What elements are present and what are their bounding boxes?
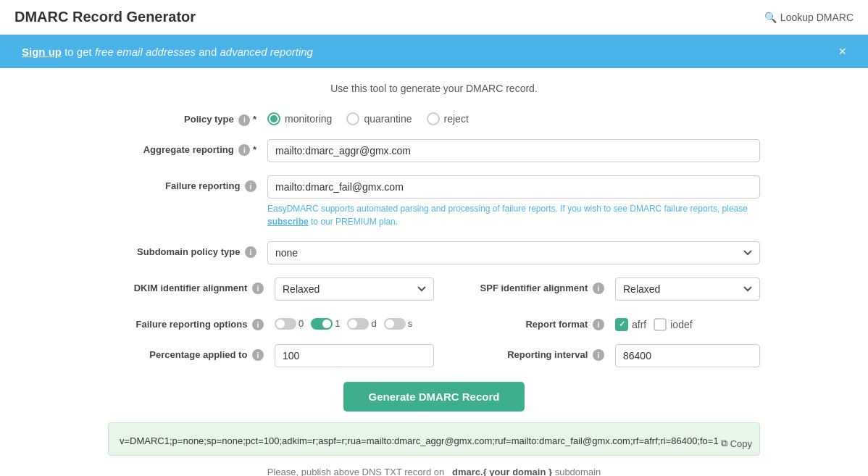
percentage-control [275,344,434,367]
failure-reporting-control: EasyDMARC supports automated parsing and… [267,175,760,228]
percentage-input[interactable] [275,344,434,367]
promo-banner: Sign up to get free email addresses and … [0,35,868,68]
banner-and: and [196,46,220,58]
spf-control: Relaxed Strict [615,277,760,301]
result-box: v=DMARC1;p=none;sp=none;pct=100;adkim=r;… [108,422,760,456]
radio-reject-label: reject [444,113,469,125]
checkbox-afrf-label: afrf [632,319,646,330]
report-format-control: afrf iodef [615,314,760,331]
dkim-select[interactable]: Relaxed Strict [275,277,434,301]
aggregate-reporting-input[interactable] [267,139,760,162]
percentage-label: Percentage applied to i [108,344,275,362]
spf-col: SPF identifier alignment i Relaxed Stric… [434,277,760,301]
radio-reject-circle [427,112,440,125]
signup-link[interactable]: Sign up [22,46,62,58]
toggle-1: 1 [311,318,344,330]
form-subtitle: Use this tool to generate your DMARC rec… [22,83,846,94]
radio-reject[interactable]: reject [427,112,469,125]
toggle-d-switch[interactable] [347,318,369,330]
spf-info-icon[interactable]: i [593,283,604,294]
subdomain-policy-select-wrap: none quarantine reject [267,241,760,264]
failure-options-info-icon[interactable]: i [252,319,264,330]
spf-select-wrap: Relaxed Strict [615,277,760,301]
checkbox-afrf-box [615,318,628,331]
subscribe-link[interactable]: subscribe [267,217,309,227]
radio-quarantine-circle [346,112,359,125]
interval-control [615,344,760,367]
failure-options-label: Failure reporting options i [108,314,275,331]
report-format-col: Report format i afrf iodef [434,314,760,331]
report-format-info-icon[interactable]: i [593,319,604,330]
aggregate-reporting-info-icon[interactable]: i [238,144,250,156]
footer-text1: Please, publish above DNS TXT record on [267,467,447,476]
footer-domain: _dmarc.{ your domain } [447,467,552,476]
banner-text-1: to get [62,46,95,58]
interval-col: Reporting interval i [434,344,760,367]
footer-note: Please, publish above DNS TXT record on … [108,467,760,476]
checkbox-iodef[interactable]: iodef [654,318,692,331]
percentage-info-icon[interactable]: i [252,349,264,361]
policy-type-radio-group: monitoring quarantine reject [267,109,760,125]
subdomain-policy-select[interactable]: none quarantine reject [267,241,760,264]
generate-btn-wrap: Generate DMARC Record [108,382,760,412]
failure-options-control: 0 1 d s [275,314,434,330]
radio-quarantine-label: quarantine [364,113,412,125]
toggle-1-switch[interactable] [311,318,333,330]
spf-label: SPF identifier alignment i [434,277,615,295]
lookup-label: Lookup DMARC [780,12,854,23]
interval-info-icon[interactable]: i [593,349,604,361]
radio-monitoring-label: monitoring [285,113,332,125]
failure-options-col: Failure reporting options i 0 1 [108,314,434,331]
radio-quarantine[interactable]: quarantine [346,112,412,125]
subdomain-policy-row: Subdomain policy type i none quarantine … [108,241,760,264]
percentage-interval-row: Percentage applied to i Reporting interv… [108,344,760,367]
failure-reporting-row: Failure reporting i EasyDMARC supports a… [108,175,760,228]
banner-close-button[interactable]: × [838,45,846,58]
header: DMARC Record Generator 🔍 Lookup DMARC [0,0,868,35]
spf-select[interactable]: Relaxed Strict [615,277,760,301]
report-format-checkboxes: afrf iodef [615,314,760,331]
subdomain-policy-control: none quarantine reject [267,241,760,264]
interval-input[interactable] [615,344,760,367]
options-row: Failure reporting options i 0 1 [108,314,760,331]
free-email-text: free email addresses [95,46,196,58]
checkbox-iodef-box [654,318,667,331]
toggle-d: d [347,318,380,330]
page-title: DMARC Record Generator [14,9,196,25]
policy-type-controls: monitoring quarantine reject [267,109,760,125]
copy-icon: ⧉ [721,438,727,449]
generate-dmarc-button[interactable]: Generate DMARC Record [343,382,525,412]
radio-monitoring[interactable]: monitoring [267,112,332,125]
copy-button[interactable]: ⧉ Copy [721,438,752,449]
dkim-label: DKIM identifier alignment i [108,277,275,295]
radio-monitoring-circle [267,112,280,125]
toggle-1-label: 1 [335,318,340,329]
dkim-info-icon[interactable]: i [252,283,264,294]
copy-label: Copy [730,438,752,449]
dkim-col: DKIM identifier alignment i Relaxed Stri… [108,277,434,301]
failure-reporting-input[interactable] [267,175,760,199]
policy-type-row: Policy type i * monitoring quarantine [108,109,760,126]
policy-type-info-icon[interactable]: i [238,114,250,126]
toggle-0-switch[interactable] [275,318,296,330]
toggle-0: 0 [275,318,308,330]
banner-text: Sign up to get free email addresses and … [22,46,313,58]
checkbox-iodef-label: iodef [670,319,692,330]
policy-type-label: Policy type i * [108,109,267,126]
dkim-control: Relaxed Strict [275,277,434,301]
result-text: v=DMARC1;p=none;sp=none;pct=100;adkim=r;… [120,434,748,448]
report-format-label: Report format i [434,314,615,331]
failure-reporting-info-icon[interactable]: i [245,180,256,192]
toggle-group: 0 1 d s [275,314,434,330]
toggle-s-switch[interactable] [384,318,406,330]
toggle-0-label: 0 [299,318,304,329]
lookup-dmarc-button[interactable]: 🔍 Lookup DMARC [764,12,854,23]
form-section: Policy type i * monitoring quarantine [108,109,760,476]
interval-label: Reporting interval i [434,344,615,362]
main-content: Use this tool to generate your DMARC rec… [0,68,868,476]
subdomain-policy-info-icon[interactable]: i [245,246,256,258]
alignment-row: DKIM identifier alignment i Relaxed Stri… [108,277,760,301]
checkbox-afrf[interactable]: afrf [615,318,646,331]
aggregate-reporting-control [267,139,760,162]
failure-reporting-note: EasyDMARC supports automated parsing and… [267,202,760,228]
